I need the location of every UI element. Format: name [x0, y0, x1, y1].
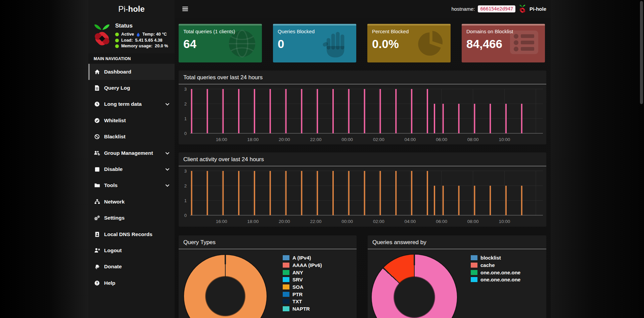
- sidebar-item-label: Dashboard: [104, 69, 131, 75]
- question-circle-icon: ?: [94, 280, 100, 286]
- legend-item[interactable]: AAAA (IPv6): [283, 262, 322, 269]
- page-scrollbar-thumb[interactable]: [640, 1, 643, 104]
- svg-text:08:00: 08:00: [467, 219, 479, 224]
- navbar-right-group: hostname: 666154e2d947 Pi-hole: [451, 0, 546, 18]
- outer-background-left: [0, 0, 88, 318]
- panel-query-types: Query Types A (IPv4)AAAA (IPv6)ANYSRVSOA…: [179, 235, 357, 318]
- chevron-down-icon: [165, 166, 170, 172]
- client-activity-bar-chart[interactable]: 012316:0018:0020:0022:0000:0002:0004:000…: [179, 166, 546, 225]
- card-queries-blocked: Queries Blocked 0: [273, 24, 356, 62]
- file-icon: [94, 85, 100, 91]
- legend-item[interactable]: one.one.one.one: [471, 269, 520, 276]
- svg-text:2: 2: [184, 183, 187, 188]
- donut-hole: [394, 277, 434, 317]
- legend-label: AAAA (IPv6): [292, 263, 322, 268]
- status-temp: Temp: 40 °C: [142, 32, 167, 38]
- svg-text:20:00: 20:00: [279, 219, 290, 224]
- brand-prefix: Pi-: [118, 4, 128, 14]
- panel-divider: [368, 249, 546, 249]
- hostname-label: hostname:: [451, 6, 475, 12]
- card-value: 84,466: [466, 37, 545, 51]
- svg-text:16:00: 16:00: [216, 137, 227, 142]
- status-load-label: Load:: [121, 38, 133, 44]
- legend-label: A (IPv4): [292, 255, 311, 260]
- legend-item[interactable]: blocklist: [471, 254, 520, 262]
- gears-icon: [94, 215, 100, 221]
- legend-label: SRV: [292, 277, 303, 282]
- sidebar-item-blacklist[interactable]: Blacklist: [88, 129, 175, 145]
- sidebar-item-label: Blacklist: [104, 134, 126, 140]
- card-value: 0: [278, 37, 356, 51]
- svg-text:3: 3: [184, 87, 187, 92]
- sidebar-item-donate[interactable]: Donate: [88, 259, 175, 275]
- users-gear-icon: [94, 150, 100, 156]
- svg-text:00:00: 00:00: [341, 219, 353, 224]
- legend-swatch: [283, 292, 289, 297]
- sidebar-item-query-log[interactable]: Query Log: [88, 80, 175, 96]
- panel-title: Total queries over last 24 hours: [183, 74, 542, 81]
- donut-hole: [206, 277, 245, 316]
- card-label: Domains on Blocklist: [466, 29, 545, 34]
- legend-label: NAPTR: [292, 306, 310, 311]
- legend-label: ANY: [292, 270, 303, 275]
- user-times-icon: [94, 247, 100, 253]
- check-circle-icon: [94, 118, 100, 123]
- brand-link[interactable]: Pi-hole: [88, 0, 175, 18]
- sidebar-item-local-dns-records[interactable]: Local DNS Records: [88, 226, 175, 242]
- status-memory-label: Memory usage:: [121, 43, 152, 49]
- sidebar-item-long-term-data[interactable]: Long term data: [88, 96, 175, 112]
- legend-swatch: [283, 263, 289, 268]
- legend-item[interactable]: cache: [471, 262, 520, 269]
- sidebar-item-settings[interactable]: Settings: [88, 210, 175, 226]
- legend-item[interactable]: one.one.one.one: [471, 276, 520, 283]
- sidebar-item-label: Disable: [104, 166, 123, 172]
- panel-queries-answered-by: Queries answered by blocklistcacheone.on…: [368, 235, 546, 318]
- legend-swatch: [471, 255, 477, 260]
- navbar-brand-right: Pi-hole: [530, 6, 546, 12]
- sidebar-item-tools[interactable]: Tools: [88, 177, 175, 193]
- legend-swatch: [283, 277, 289, 282]
- pihole-app: Pi-hole hostname: 666154e2d947 Pi-hole: [88, 0, 551, 318]
- svg-text:20:00: 20:00: [279, 137, 290, 142]
- svg-text:08:00: 08:00: [467, 137, 479, 142]
- sidebar-item-help[interactable]: ? Help: [88, 275, 175, 291]
- home-icon: [94, 69, 100, 75]
- sidebar-toggle-button[interactable]: [179, 0, 193, 18]
- ban-icon: [94, 134, 100, 140]
- legend-swatch: [471, 263, 477, 268]
- sidebar-item-group-management[interactable]: Group Management: [88, 145, 175, 161]
- svg-text:18:00: 18:00: [247, 219, 259, 224]
- card-total-queries: Total queries (1 clients) 64: [179, 24, 262, 62]
- bottom-panels-row: Query Types A (IPv4)AAAA (IPv6)ANYSRVSOA…: [179, 235, 546, 318]
- legend-item[interactable]: SOA: [283, 283, 322, 291]
- card-value: 0.0%: [372, 37, 451, 51]
- legend-item[interactable]: TXT: [283, 298, 322, 305]
- card-value: 64: [183, 37, 262, 51]
- card-domains-on-blocklist: Domains on Blocklist 84,466: [462, 24, 545, 62]
- sidebar-item-whitelist[interactable]: Whitelist: [88, 112, 175, 129]
- legend-item[interactable]: SRV: [283, 276, 322, 283]
- status-active-row: Active Temp: 40 °C: [115, 32, 168, 38]
- svg-text:3: 3: [184, 169, 187, 174]
- sidebar-item-logout[interactable]: Logout: [88, 242, 175, 259]
- sidebar-item-dashboard[interactable]: Dashboard: [88, 64, 175, 80]
- sidebar-item-label: Settings: [104, 215, 125, 221]
- hostname-badge: 666154e2d947: [478, 5, 515, 12]
- legend-item[interactable]: A (IPv4): [283, 254, 322, 262]
- sidebar-nav: Dashboard Query Log Long term data White…: [88, 64, 175, 291]
- legend-item[interactable]: ANY: [283, 269, 322, 276]
- legend-item[interactable]: PTR: [283, 290, 322, 298]
- card-label: Queries Blocked: [278, 29, 356, 34]
- sidebar-item-disable[interactable]: Disable: [88, 161, 175, 177]
- status-memory-value: 20.0 %: [155, 43, 168, 49]
- panel-title: Client activity over last 24 hours: [183, 156, 542, 163]
- panel-title: Queries answered by: [372, 239, 542, 246]
- status-memory-row: Memory usage: 20.0 %: [115, 43, 168, 49]
- sidebar-section-header: MAIN NAVIGATION: [88, 53, 175, 64]
- legend-item[interactable]: NAPTR: [283, 305, 322, 313]
- chevron-down-icon: [165, 150, 170, 156]
- main-content: Total queries (1 clients) 64 Queries Blo…: [175, 18, 551, 318]
- legend-swatch: [283, 299, 289, 304]
- sidebar-item-network[interactable]: Network: [88, 194, 175, 210]
- total-queries-bar-chart[interactable]: 012316:0018:0020:0022:0000:0002:0004:000…: [179, 84, 546, 143]
